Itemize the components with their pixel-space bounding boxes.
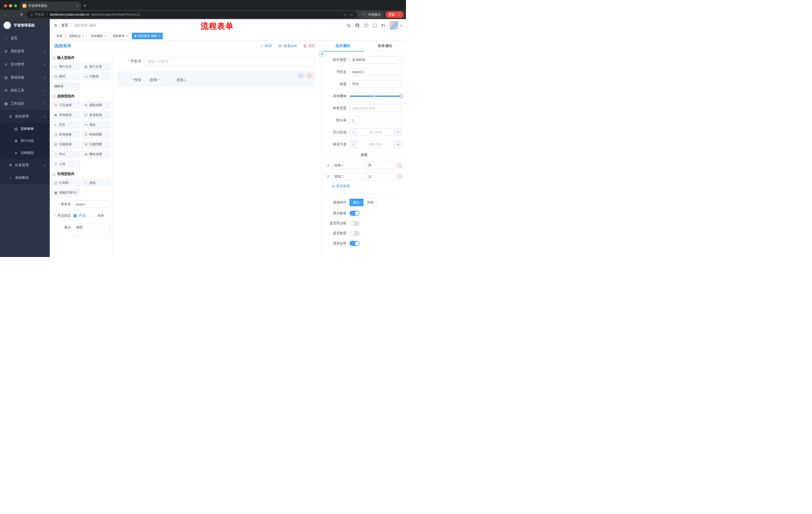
chevron-down-icon[interactable]: ▾: [400, 24, 402, 27]
sidebar-item-task-management[interactable]: ⚑任务管理∨: [0, 159, 50, 171]
increase-button[interactable]: +: [394, 141, 402, 148]
palette-item-date-range[interactable]: ⊟日期范围: [82, 141, 111, 148]
back-icon[interactable]: ←: [2, 12, 8, 17]
font-size-icon[interactable]: TT: [381, 23, 385, 28]
close-icon[interactable]: ×: [126, 34, 128, 38]
default-value-input[interactable]: [349, 116, 402, 124]
browser-tab[interactable]: 芋道管理系统 ×: [20, 1, 81, 10]
remove-option-button[interactable]: −: [398, 163, 402, 168]
new-tab-button[interactable]: +: [81, 1, 89, 10]
option-value-input[interactable]: [366, 162, 396, 169]
tagsview-tab-3[interactable]: 流程表单×: [110, 33, 130, 39]
option-value-input[interactable]: [366, 173, 396, 180]
save-button[interactable]: ✓ 保存: [261, 44, 272, 48]
help-icon[interactable]: ?: [364, 23, 368, 28]
palette-item-cascader[interactable]: ⋔级联选择: [82, 101, 111, 109]
palette-item-select[interactable]: ⊙下拉选择: [52, 101, 80, 109]
tab-form-props[interactable]: 表单属性: [364, 40, 406, 51]
palette-item-color[interactable]: ◍颜色选择: [82, 151, 111, 158]
grid-slider[interactable]: [349, 92, 402, 100]
decrease-button[interactable]: −: [350, 141, 357, 148]
toggle-switch-disabled[interactable]: [349, 231, 359, 236]
close-icon[interactable]: ×: [158, 34, 160, 38]
tagsview-tab-0[interactable]: 首页: [54, 33, 65, 39]
link-icon[interactable]: [319, 51, 325, 57]
palette-item-multi-text[interactable]: ▤多行文本: [82, 63, 111, 71]
clear-button[interactable]: 清空: [303, 44, 315, 48]
github-icon[interactable]: [355, 23, 359, 28]
canvas-field-gender[interactable]: 性别 选项一 选项二: [117, 71, 315, 87]
tagsview-tab-4[interactable]: 流程表单-编辑×: [132, 33, 163, 39]
kebab-menu-icon[interactable]: ⋮: [397, 12, 402, 17]
sidebar-item-payment[interactable]: ¥支付管理∨: [0, 58, 50, 71]
avatar[interactable]: [390, 21, 398, 30]
field-name-input[interactable]: [349, 68, 402, 76]
title-input[interactable]: [349, 80, 402, 88]
stepper-placeholder[interactable]: 至少应选: [357, 129, 394, 136]
tagsview-tab-1[interactable]: 流程定义×: [66, 33, 87, 39]
forward-icon[interactable]: →: [10, 12, 17, 17]
fullscreen-icon[interactable]: [373, 23, 377, 27]
toggle-switch-required[interactable]: [349, 241, 359, 246]
palette-item-checkbox-group[interactable]: ☑多选框组: [82, 111, 111, 119]
search-icon[interactable]: [346, 23, 351, 28]
radio-open[interactable]: 开启: [74, 214, 85, 218]
palette-item-button[interactable]: ☞按钮: [82, 179, 111, 187]
bookmark-star-icon[interactable]: ☆: [350, 12, 353, 17]
palette-item-time-range[interactable]: ◴时间范围: [82, 131, 111, 138]
phone-input[interactable]: [144, 57, 315, 65]
window-close-button[interactable]: [4, 4, 7, 7]
palette-item-date[interactable]: ⊞日期选择: [52, 141, 80, 148]
add-option-button[interactable]: ⊕ 添加选项: [332, 184, 350, 188]
key-icon[interactable]: [343, 13, 347, 17]
palette-item-password[interactable]: ⊡密码: [52, 73, 80, 80]
tagsview-tab-2[interactable]: 流程模型×: [88, 33, 109, 39]
sidebar-item-system[interactable]: ⚙系统管理∨: [0, 45, 50, 58]
hamburger-icon[interactable]: ≡: [54, 23, 57, 28]
palette-item-upload[interactable]: ↥上传: [52, 160, 80, 168]
sidebar-item-process-model[interactable]: ➤流程模型: [0, 147, 50, 159]
palette-item-editor[interactable]: 编辑器: [52, 82, 80, 90]
view-json-button[interactable]: 查看json: [278, 44, 297, 48]
palette-item-table[interactable]: ▦表格[开发中]: [52, 189, 80, 196]
palette-item-rate[interactable]: ☆评分: [52, 151, 80, 158]
palette-item-counter[interactable]: 123计数器: [82, 73, 111, 80]
sidebar-item-leave-query[interactable]: ☺请假查询: [0, 171, 50, 184]
sidebar-item-user-group[interactable]: ☻用户分组: [0, 135, 50, 147]
sidebar-item-workflow[interactable]: ▦工作流程∧: [0, 97, 50, 110]
option-label-input[interactable]: [332, 173, 365, 180]
toggle-switch-border[interactable]: [349, 221, 359, 226]
tab-close-icon[interactable]: ×: [76, 4, 78, 8]
palette-item-single-text[interactable]: ▭单行文本: [52, 63, 80, 71]
sidebar-item-process-management[interactable]: ≣流程管理∧: [0, 110, 50, 123]
palette-item-time[interactable]: ◷时间选择: [52, 131, 80, 138]
label-width-input[interactable]: [349, 104, 402, 112]
canvas-field-phone[interactable]: 手机号: [117, 57, 315, 65]
reload-icon[interactable]: ↻: [19, 12, 25, 17]
address-bar[interactable]: ⚠ 不安全 dashboard.yudao.iocoder.cn /bpm/ma…: [27, 11, 357, 18]
remove-option-button[interactable]: −: [398, 174, 402, 179]
sidebar-item-infrastructure[interactable]: ▤基础设施∨: [0, 71, 50, 84]
toggle-switch-show-label[interactable]: [349, 211, 359, 216]
window-zoom-button[interactable]: [14, 4, 17, 7]
decrease-button[interactable]: −: [350, 129, 357, 136]
delete-component-button[interactable]: [307, 73, 312, 78]
sidebar-item-home[interactable]: ⌂首页: [0, 32, 50, 45]
style-option-button[interactable]: 按钮: [364, 199, 377, 206]
palette-item-radio-group[interactable]: ◉单选框组: [52, 111, 80, 119]
palette-item-row[interactable]: ◫行容器: [52, 179, 80, 187]
close-icon[interactable]: ×: [104, 34, 106, 38]
tab-component-props[interactable]: 组件属性: [322, 40, 364, 51]
stepper-placeholder[interactable]: 最多可选: [357, 141, 394, 148]
breadcrumb-home[interactable]: 首页: [61, 23, 68, 28]
increase-button[interactable]: +: [394, 129, 402, 136]
copy-component-button[interactable]: [298, 73, 304, 78]
palette-item-slider[interactable]: ⊸滑块: [82, 121, 111, 129]
slider-handle[interactable]: [399, 94, 403, 98]
option-label-input[interactable]: [332, 162, 365, 169]
sidebar-logo[interactable]: 芋道管理系统: [0, 19, 50, 32]
form-remark-textarea[interactable]: 嘿嘿: [74, 223, 110, 237]
component-type-select[interactable]: 多选框组 ▾: [349, 56, 402, 64]
drag-handle-icon[interactable]: ≣: [326, 174, 330, 179]
palette-item-switch[interactable]: ◐开关: [52, 121, 80, 129]
